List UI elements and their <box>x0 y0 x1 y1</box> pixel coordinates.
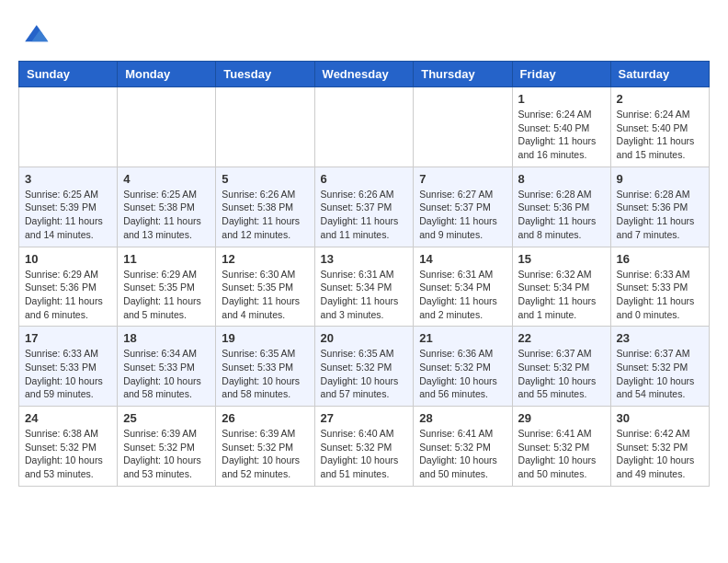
calendar-cell <box>314 87 414 167</box>
day-number: 21 <box>419 331 506 345</box>
calendar-cell: 20Sunrise: 6:35 AM Sunset: 5:32 PM Dayli… <box>314 327 414 407</box>
day-header-monday: Monday <box>118 62 216 87</box>
day-number: 18 <box>123 331 210 345</box>
calendar-cell: 5Sunrise: 6:26 AM Sunset: 5:38 PM Daylig… <box>216 167 314 247</box>
day-header-friday: Friday <box>512 62 610 87</box>
calendar-cell: 13Sunrise: 6:31 AM Sunset: 5:34 PM Dayli… <box>314 247 414 327</box>
calendar-cell: 30Sunrise: 6:42 AM Sunset: 5:32 PM Dayli… <box>610 407 709 487</box>
calendar-cell: 21Sunrise: 6:36 AM Sunset: 5:32 PM Dayli… <box>414 327 512 407</box>
day-info: Sunrise: 6:26 AM Sunset: 5:37 PM Dayligh… <box>321 188 408 242</box>
day-info: Sunrise: 6:39 AM Sunset: 5:32 PM Dayligh… <box>222 427 308 481</box>
day-info: Sunrise: 6:31 AM Sunset: 5:34 PM Dayligh… <box>419 268 506 322</box>
calendar-cell: 18Sunrise: 6:34 AM Sunset: 5:33 PM Dayli… <box>118 327 216 407</box>
day-info: Sunrise: 6:33 AM Sunset: 5:33 PM Dayligh… <box>25 347 111 401</box>
page-header <box>18 18 710 52</box>
calendar-week-row: 10Sunrise: 6:29 AM Sunset: 5:36 PM Dayli… <box>19 247 710 327</box>
calendar-cell: 25Sunrise: 6:39 AM Sunset: 5:32 PM Dayli… <box>118 407 216 487</box>
day-number: 14 <box>419 252 506 266</box>
day-info: Sunrise: 6:33 AM Sunset: 5:33 PM Dayligh… <box>617 268 703 322</box>
day-number: 16 <box>617 252 703 266</box>
day-number: 6 <box>321 172 408 186</box>
calendar-week-row: 24Sunrise: 6:38 AM Sunset: 5:32 PM Dayli… <box>19 407 710 487</box>
calendar-cell: 23Sunrise: 6:37 AM Sunset: 5:32 PM Dayli… <box>610 327 709 407</box>
calendar-cell: 22Sunrise: 6:37 AM Sunset: 5:32 PM Dayli… <box>512 327 610 407</box>
calendar-cell <box>118 87 216 167</box>
day-info: Sunrise: 6:41 AM Sunset: 5:32 PM Dayligh… <box>419 427 506 481</box>
day-number: 22 <box>518 331 605 345</box>
day-info: Sunrise: 6:25 AM Sunset: 5:38 PM Dayligh… <box>123 188 210 242</box>
day-info: Sunrise: 6:24 AM Sunset: 5:40 PM Dayligh… <box>518 108 605 162</box>
calendar-cell: 29Sunrise: 6:41 AM Sunset: 5:32 PM Dayli… <box>512 407 610 487</box>
day-number: 19 <box>222 331 308 345</box>
calendar-cell: 28Sunrise: 6:41 AM Sunset: 5:32 PM Dayli… <box>414 407 512 487</box>
calendar-cell: 15Sunrise: 6:32 AM Sunset: 5:34 PM Dayli… <box>512 247 610 327</box>
calendar-cell <box>216 87 314 167</box>
day-info: Sunrise: 6:40 AM Sunset: 5:32 PM Dayligh… <box>321 427 408 481</box>
calendar-cell: 3Sunrise: 6:25 AM Sunset: 5:39 PM Daylig… <box>19 167 118 247</box>
calendar-cell: 19Sunrise: 6:35 AM Sunset: 5:33 PM Dayli… <box>216 327 314 407</box>
day-header-saturday: Saturday <box>610 62 709 87</box>
calendar-cell: 26Sunrise: 6:39 AM Sunset: 5:32 PM Dayli… <box>216 407 314 487</box>
day-info: Sunrise: 6:36 AM Sunset: 5:32 PM Dayligh… <box>419 347 506 401</box>
day-number: 3 <box>25 172 111 186</box>
calendar-cell <box>19 87 118 167</box>
day-number: 5 <box>222 172 308 186</box>
day-number: 29 <box>518 411 605 425</box>
logo <box>18 18 55 52</box>
day-header-tuesday: Tuesday <box>216 62 314 87</box>
day-info: Sunrise: 6:38 AM Sunset: 5:32 PM Dayligh… <box>25 427 111 481</box>
day-number: 2 <box>617 92 703 106</box>
calendar-cell: 1Sunrise: 6:24 AM Sunset: 5:40 PM Daylig… <box>512 87 610 167</box>
day-info: Sunrise: 6:28 AM Sunset: 5:36 PM Dayligh… <box>617 188 703 242</box>
day-info: Sunrise: 6:41 AM Sunset: 5:32 PM Dayligh… <box>518 427 605 481</box>
day-info: Sunrise: 6:28 AM Sunset: 5:36 PM Dayligh… <box>518 188 605 242</box>
calendar-week-row: 1Sunrise: 6:24 AM Sunset: 5:40 PM Daylig… <box>19 87 710 167</box>
day-info: Sunrise: 6:39 AM Sunset: 5:32 PM Dayligh… <box>123 427 210 481</box>
day-number: 13 <box>321 252 408 266</box>
day-number: 7 <box>419 172 506 186</box>
day-number: 1 <box>518 92 605 106</box>
day-info: Sunrise: 6:25 AM Sunset: 5:39 PM Dayligh… <box>25 188 111 242</box>
calendar-cell: 27Sunrise: 6:40 AM Sunset: 5:32 PM Dayli… <box>314 407 414 487</box>
day-number: 12 <box>222 252 308 266</box>
calendar-cell <box>414 87 512 167</box>
calendar-cell: 17Sunrise: 6:33 AM Sunset: 5:33 PM Dayli… <box>19 327 118 407</box>
day-info: Sunrise: 6:42 AM Sunset: 5:32 PM Dayligh… <box>617 427 703 481</box>
day-info: Sunrise: 6:34 AM Sunset: 5:33 PM Dayligh… <box>123 347 210 401</box>
calendar-table: SundayMondayTuesdayWednesdayThursdayFrid… <box>18 61 710 487</box>
day-info: Sunrise: 6:24 AM Sunset: 5:40 PM Dayligh… <box>617 108 703 162</box>
calendar-cell: 2Sunrise: 6:24 AM Sunset: 5:40 PM Daylig… <box>610 87 709 167</box>
calendar-cell: 4Sunrise: 6:25 AM Sunset: 5:38 PM Daylig… <box>118 167 216 247</box>
day-info: Sunrise: 6:30 AM Sunset: 5:35 PM Dayligh… <box>222 268 308 322</box>
calendar-week-row: 17Sunrise: 6:33 AM Sunset: 5:33 PM Dayli… <box>19 327 710 407</box>
day-info: Sunrise: 6:35 AM Sunset: 5:33 PM Dayligh… <box>222 347 308 401</box>
day-info: Sunrise: 6:31 AM Sunset: 5:34 PM Dayligh… <box>321 268 408 322</box>
calendar-cell: 10Sunrise: 6:29 AM Sunset: 5:36 PM Dayli… <box>19 247 118 327</box>
day-number: 17 <box>25 331 111 345</box>
day-number: 20 <box>321 331 408 345</box>
day-number: 25 <box>123 411 210 425</box>
day-info: Sunrise: 6:37 AM Sunset: 5:32 PM Dayligh… <box>617 347 703 401</box>
day-number: 23 <box>617 331 703 345</box>
day-info: Sunrise: 6:32 AM Sunset: 5:34 PM Dayligh… <box>518 268 605 322</box>
day-number: 11 <box>123 252 210 266</box>
calendar-cell: 16Sunrise: 6:33 AM Sunset: 5:33 PM Dayli… <box>610 247 709 327</box>
calendar-cell: 11Sunrise: 6:29 AM Sunset: 5:35 PM Dayli… <box>118 247 216 327</box>
calendar-cell: 7Sunrise: 6:27 AM Sunset: 5:37 PM Daylig… <box>414 167 512 247</box>
calendar-cell: 24Sunrise: 6:38 AM Sunset: 5:32 PM Dayli… <box>19 407 118 487</box>
day-number: 15 <box>518 252 605 266</box>
day-info: Sunrise: 6:27 AM Sunset: 5:37 PM Dayligh… <box>419 188 506 242</box>
day-info: Sunrise: 6:29 AM Sunset: 5:35 PM Dayligh… <box>123 268 210 322</box>
calendar-cell: 6Sunrise: 6:26 AM Sunset: 5:37 PM Daylig… <box>314 167 414 247</box>
day-info: Sunrise: 6:35 AM Sunset: 5:32 PM Dayligh… <box>321 347 408 401</box>
day-info: Sunrise: 6:37 AM Sunset: 5:32 PM Dayligh… <box>518 347 605 401</box>
day-header-wednesday: Wednesday <box>314 62 414 87</box>
calendar-cell: 14Sunrise: 6:31 AM Sunset: 5:34 PM Dayli… <box>414 247 512 327</box>
calendar-cell: 8Sunrise: 6:28 AM Sunset: 5:36 PM Daylig… <box>512 167 610 247</box>
calendar-header-row: SundayMondayTuesdayWednesdayThursdayFrid… <box>19 62 710 87</box>
day-number: 10 <box>25 252 111 266</box>
day-header-thursday: Thursday <box>414 62 512 87</box>
calendar-week-row: 3Sunrise: 6:25 AM Sunset: 5:39 PM Daylig… <box>19 167 710 247</box>
day-number: 27 <box>321 411 408 425</box>
day-number: 9 <box>617 172 703 186</box>
